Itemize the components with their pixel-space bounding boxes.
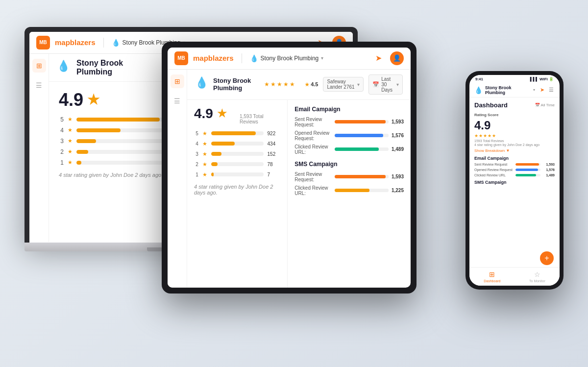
phone-device: 9:41 ▌▌▌ WiFi 🔋 💧 Stony Brook Plumbing ▾…: [466, 71, 564, 290]
phone-nav-dashboard-label: Dashboard: [484, 279, 500, 283]
rating-4-track: [76, 128, 174, 132]
phone-screen: 9:41 ▌▌▌ WiFi 🔋 💧 Stony Brook Plumbing ▾…: [469, 75, 560, 286]
phone-signal: ▌▌▌ WiFi 🔋: [530, 77, 554, 81]
tablet-email-clicked-track: [335, 147, 389, 151]
tablet-rating: 4.5: [311, 81, 318, 87]
tablet-caret-icon: ▾: [321, 55, 323, 61]
tablet-outer: MB mapblazers 💧 Stony Brook Plumbing ▾ ➤: [162, 42, 416, 294]
rating-2-num: 2: [59, 148, 64, 155]
tablet-app-header: MB mapblazers 💧 Stony Brook Plumbing ▾ ➤: [168, 48, 411, 70]
rating-3-num: 3: [59, 138, 64, 145]
tablet-rating-3-bar: [211, 152, 221, 156]
tablet-sidebar-grid-icon[interactable]: ⊞: [171, 74, 184, 88]
tablet-logo-prefix: map: [193, 54, 208, 62]
phone-stars: ★ ★ ★ ★ ★: [474, 133, 555, 138]
phone-show-breakdown[interactable]: Show Breakdown ▼: [474, 148, 555, 153]
scene: MB mapblazers 💧 Stony Brook Plumbing ▾ ➤: [24, 12, 564, 355]
tablet-mb-logo: MB: [174, 51, 188, 65]
tablet-rating-2-num: 2: [194, 162, 198, 167]
tablet-app-body: ⊞ ☰ 💧 Stony Brook Plumbing ★ ★: [168, 70, 411, 288]
tablet-logo-suffix: blazers: [208, 54, 234, 62]
rating-2-star: ★: [68, 148, 73, 155]
tablet-sms-clicked-track: [335, 189, 389, 192]
tablet-rating-2-bar: [211, 162, 218, 166]
phone-nav-monitor[interactable]: ☆ To Monitor: [529, 270, 545, 283]
tablet-email-opened-count: 1,576: [392, 133, 404, 138]
tablet-rating-row-3: 3 ★ 152: [194, 151, 280, 157]
tablet-email-clicked-label: Clicked Review URL:: [294, 144, 332, 155]
rating-5-bar: [76, 118, 160, 122]
tablet-rating-4-num: 4: [194, 141, 198, 147]
phone-time: 9:41: [475, 77, 483, 81]
tablet-rating-3-count: 152: [268, 151, 281, 157]
tablet-rating-star: ★: [305, 82, 309, 87]
tablet-screen: MB mapblazers 💧 Stony Brook Plumbing ▾ ➤: [168, 48, 411, 288]
tablet-send-button[interactable]: ➤: [371, 51, 385, 65]
phone-email-sent-track: [515, 163, 540, 166]
tablet-rating-1-track: [211, 172, 264, 176]
phone-review-note: 4 star rating given by John Doe 2 days a…: [474, 143, 555, 147]
phone-email-clicked-bar: [515, 174, 536, 176]
phone-star-5: ★: [492, 133, 496, 138]
phone-content: Dashboard 📅 All Time Rating Score 4.9 ★ …: [469, 98, 560, 274]
sidebar-list-icon[interactable]: ☰: [32, 78, 46, 92]
rating-3-star: ★: [68, 138, 73, 144]
tablet-logo-text: mapblazers: [193, 54, 234, 62]
sidebar-grid-icon[interactable]: ⊞: [32, 59, 46, 73]
tablet-email-sent-label: Sent Review Request:: [294, 117, 332, 127]
tablet-sidebar-list-icon[interactable]: ☰: [171, 94, 184, 108]
phone-water-drop: 💧: [474, 86, 483, 94]
rating-1-num: 1: [59, 159, 64, 166]
tablet-business-name-header: Stony Brook Plumbing: [261, 55, 319, 62]
tablet-reviews-panel: 4.9 ★ 1,593 Total Reviews 5 ★: [187, 100, 288, 288]
tablet-sidebar: ⊞ ☰: [168, 70, 187, 288]
tablet-business-selector[interactable]: 💧 Stony Brook Plumbing ▾: [250, 54, 324, 62]
phone-cal-icon: 📅: [535, 103, 540, 107]
tablet-rating-5-star: ★: [202, 130, 207, 137]
rating-3-track: [76, 139, 174, 143]
phone-email-campaign: Email Campaign Sent Review Request 1,593…: [474, 156, 555, 177]
phone-email-sent-label: Sent Review Request: [474, 163, 514, 166]
phone-email-clicked-row: Clicked Review URL 1,489: [474, 173, 555, 177]
phone-email-sent-bar: [515, 163, 539, 166]
phone-all-time[interactable]: 📅 All Time: [535, 103, 555, 107]
phone-bottom-nav: ⊞ Dashboard ☆ To Monitor: [469, 267, 560, 286]
phone-star-1: ★: [474, 133, 478, 138]
tablet-location-caret: ▾: [357, 82, 360, 87]
tablet-email-sent-track: [335, 120, 389, 123]
tablet-sms-clicked-label: Clicked Review URL:: [294, 185, 332, 196]
tablet-email-opened-label: Opened Review Request:: [294, 130, 332, 141]
phone-nav-dashboard-icon: ⊞: [489, 270, 495, 278]
rating-5-num: 5: [59, 116, 64, 123]
rating-2-track: [76, 150, 174, 154]
rating-4-bar: [76, 128, 121, 132]
tablet-send-icon: ➤: [375, 53, 382, 63]
tablet-business-logo: 💧: [195, 76, 208, 92]
phone-fab[interactable]: +: [540, 251, 554, 265]
phone-email-clicked-label: Clicked Review URL: [474, 173, 514, 177]
tablet-rating-row-1: 1 ★ 7: [194, 171, 280, 178]
tablet-calendar-icon: 📅: [372, 81, 379, 88]
phone-send-icon: ➤: [540, 87, 544, 93]
phone-email-opened-row: Opened Review Request 1,576: [474, 168, 555, 171]
rating-3-bar: [76, 139, 96, 143]
rating-1-star: ★: [68, 159, 73, 166]
phone-nav-dashboard[interactable]: ⊞ Dashboard: [484, 270, 500, 283]
rating-4-star: ★: [68, 127, 73, 133]
phone-email-opened-bar: [515, 169, 538, 171]
tablet-water-drop-icon: 💧: [250, 54, 258, 62]
tablet-email-opened-row: Opened Review Request: 1,576: [294, 130, 404, 141]
tablet-star-3: ★: [277, 81, 282, 88]
tablet-business-name: Stony Brook Plumbing: [213, 77, 256, 92]
tablet-location-selector[interactable]: Safeway Lander 2761 ▾: [323, 77, 364, 92]
laptop-sidebar: ⊞ ☰: [29, 54, 49, 242]
phone-big-rating-value: 4.9: [474, 119, 490, 132]
rating-1-bar: [76, 161, 81, 165]
tablet-date-selector[interactable]: 📅 Last 30 Days ▾: [368, 74, 403, 95]
tablet-sms-clicked-row: Clicked Review URL: 1,225: [294, 185, 404, 196]
laptop-big-rating: 4.9 ★: [59, 90, 99, 110]
phone-total-reviews: 1593 Total Reviews: [474, 139, 555, 143]
tablet-campaigns-panel: Email Campaign Sent Review Request: 1,59…: [288, 100, 411, 288]
tablet-user-avatar[interactable]: 👤: [390, 51, 404, 65]
tablet-email-opened-bar: [335, 134, 383, 137]
